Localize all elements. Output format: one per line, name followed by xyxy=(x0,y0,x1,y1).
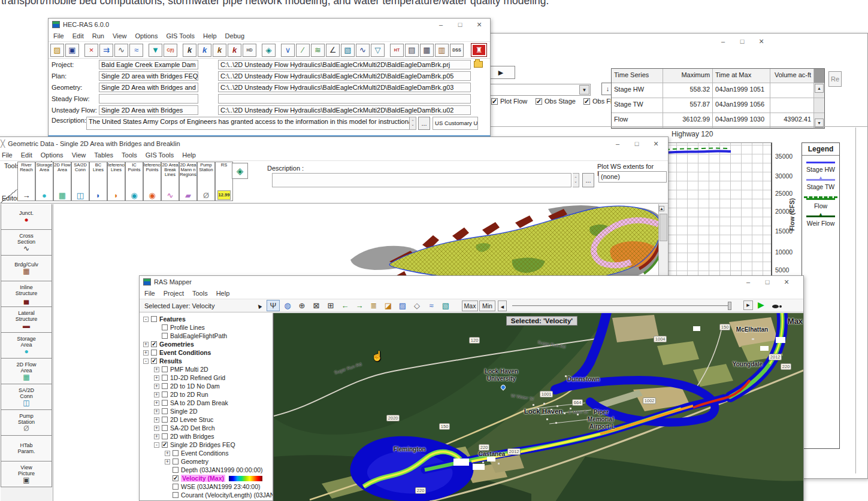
sa-2d-conn-editor-button[interactable]: SA/2D Conn ◫ xyxy=(1,384,52,410)
xyz-perspective-icon[interactable]: ▧ xyxy=(341,44,355,57)
layer-tree-item[interactable]: Profile Lines xyxy=(140,323,273,332)
expand-collapse-icon[interactable]: + xyxy=(143,350,149,356)
pan-hand-icon[interactable]: Ψ xyxy=(267,300,280,311)
checkbox-icon[interactable] xyxy=(583,98,590,105)
close-icon[interactable] xyxy=(752,37,771,46)
layer-tree-item[interactable]: + Event Conditions xyxy=(140,449,273,457)
menu-item[interactable]: GIS Tools xyxy=(166,32,195,40)
pump-station-button[interactable]: Pump Station Ø xyxy=(197,162,215,201)
open-project-icon[interactable]: ▨ xyxy=(50,44,64,57)
layer-tree-item[interactable]: + SA to 2D Dam Break xyxy=(140,399,273,407)
expand-collapse-icon[interactable]: - xyxy=(143,359,149,364)
menu-item[interactable]: Help xyxy=(182,151,196,159)
layer-tree-item[interactable]: + Geometry xyxy=(140,457,273,466)
run-water-quality-icon[interactable]: k xyxy=(228,44,241,57)
bc-lines-button[interactable]: BC Lines ◗ xyxy=(89,162,107,201)
layer-checkbox[interactable] xyxy=(162,408,168,414)
layer-checkbox[interactable] xyxy=(162,366,168,372)
layer-tree-item[interactable]: Velocity (Max) xyxy=(140,474,273,482)
menu-item[interactable]: GIS Tools xyxy=(146,151,174,159)
path-field[interactable]: C:\..\2D Unsteady Flow Hydraulics\BaldEa… xyxy=(218,105,471,115)
layer-checkbox[interactable] xyxy=(162,433,168,439)
profile-combobox[interactable]: (none) xyxy=(598,171,667,183)
select-tool-icon[interactable]: ▲ xyxy=(250,297,267,314)
title-bar[interactable]: HEC-RAS 6.0.0 xyxy=(49,19,490,31)
profile-summary-table-icon[interactable]: ▤ xyxy=(405,44,419,57)
cross-section-plot-icon[interactable]: ∨ xyxy=(281,44,295,57)
sa-2d-conn-button[interactable]: SA/2D Conn ◫ xyxy=(71,162,89,201)
layer-tree-item[interactable]: Depth (03JAN1999 00:00:00) xyxy=(140,466,273,474)
storage-area-button[interactable]: Storage Area ● xyxy=(35,162,53,201)
terrain-icon[interactable]: ◪ xyxy=(382,300,395,311)
2d-flow-area-button[interactable]: 2D Flow Area ▦ xyxy=(53,162,71,201)
bridge-culvert-editor-button[interactable]: Brdg/Culv ▦ xyxy=(1,256,52,281)
map-view[interactable]: McElhattanYoungdaleDunnstownLock HavenUn… xyxy=(273,313,803,501)
layer-tree-item[interactable]: Inundation Boundary (Max Value xyxy=(140,499,273,500)
animate-play-button[interactable]: ▶ xyxy=(486,66,515,79)
expand-collapse-icon[interactable]: + xyxy=(154,426,159,431)
expand-collapse-icon[interactable]: + xyxy=(154,434,159,439)
name-field[interactable]: Single 2D Area with Bridges xyxy=(99,105,198,115)
layer-checkbox[interactable] xyxy=(151,341,157,347)
expand-collapse-icon[interactable]: + xyxy=(154,417,159,423)
scroll-up-icon[interactable]: ▲ xyxy=(815,84,824,93)
reference-lines-button[interactable]: Reference Lines ◗ xyxy=(107,162,125,201)
title-bar[interactable]: ╳ Geometric Data - Single 2D Area with B… xyxy=(0,137,668,150)
menu-item[interactable]: Tools xyxy=(122,151,137,159)
menu-item[interactable]: Options xyxy=(135,32,158,40)
name-field[interactable]: Single 2D area with Bridges FEQ xyxy=(99,71,198,81)
expand-collapse-icon[interactable]: + xyxy=(154,384,159,389)
plot-option-checkbox[interactable]: Plot Flow xyxy=(491,98,527,105)
previous-view-icon[interactable]: ← xyxy=(338,300,352,311)
checkbox-icon[interactable] xyxy=(536,98,542,105)
water-quality-icon[interactable]: C(t) xyxy=(164,44,177,57)
run-sediment-icon[interactable]: k xyxy=(213,44,226,57)
dss-viewer-icon[interactable]: DSS xyxy=(450,44,464,57)
menu-item[interactable]: Help xyxy=(203,32,217,40)
step-back-button[interactable] xyxy=(498,300,507,311)
path-field[interactable] xyxy=(218,94,471,104)
ht-curves-icon[interactable]: HT xyxy=(390,44,404,57)
animation-speed-turtle-icon[interactable] xyxy=(772,303,782,309)
min-button[interactable]: Min xyxy=(479,300,495,311)
minimize-icon[interactable] xyxy=(713,38,733,45)
lateral-structure-editor-button[interactable]: Lateral Structure ▬ xyxy=(1,307,52,333)
expand-collapse-icon[interactable]: + xyxy=(154,409,159,414)
animation-slider-thumb[interactable] xyxy=(728,302,731,310)
zoom-window-icon[interactable]: ⊠ xyxy=(310,300,323,311)
layer-checkbox[interactable] xyxy=(173,450,179,456)
layer-checkbox[interactable] xyxy=(151,358,157,364)
layer-checkbox[interactable] xyxy=(173,484,179,490)
name-field[interactable]: Bald Eagle Creek Example Dam Break Study xyxy=(99,60,198,69)
layer-tree-item[interactable]: + PMF Multi 2D xyxy=(140,365,273,374)
detailed-output-table-icon[interactable]: ▦ xyxy=(420,44,434,57)
cross-section-editor-button[interactable]: Cross Section ∿ xyxy=(1,230,52,256)
layer-tree-item[interactable]: - Features xyxy=(140,315,273,323)
geometry-description-field[interactable] xyxy=(272,173,571,187)
layer-tree-item[interactable]: Courant (Velocity/Length) (03JAN xyxy=(140,491,273,499)
layer-checkbox[interactable] xyxy=(162,425,168,431)
expand-collapse-icon[interactable]: + xyxy=(154,375,159,381)
hydraulic-properties-icon[interactable]: ▽ xyxy=(371,44,385,57)
column-header[interactable]: Volume ac-ft xyxy=(770,69,815,83)
ras-mapper-icon[interactable]: ◈ xyxy=(262,44,276,57)
pump-station-editor-button[interactable]: Pump Station Ø xyxy=(1,410,52,436)
menu-item[interactable]: File xyxy=(2,151,13,159)
layer-checkbox[interactable] xyxy=(162,383,168,389)
animation-slider-track[interactable] xyxy=(512,305,728,306)
menu-item[interactable]: Edit xyxy=(21,151,32,159)
checkbox-icon[interactable] xyxy=(491,98,498,105)
column-header[interactable]: Time at Max xyxy=(713,69,770,83)
reference-points-button[interactable]: Reference Points ◉ xyxy=(143,162,161,201)
close-icon[interactable] xyxy=(777,277,796,287)
water-surface-icon[interactable]: ≈ xyxy=(425,300,438,311)
view-picture-editor-button[interactable]: View Picture ▣ xyxy=(1,461,52,487)
expand-collapse-icon[interactable]: + xyxy=(154,392,159,397)
summary-errors-icon[interactable]: ▥ xyxy=(435,44,449,57)
scroll-up-icon[interactable]: ▲ xyxy=(659,206,664,211)
column-header[interactable]: Time Series xyxy=(612,69,663,83)
description-spinner[interactable] xyxy=(410,117,416,130)
layer-checkbox[interactable] xyxy=(162,400,168,406)
web-imagery-icon[interactable]: ◍ xyxy=(281,300,294,311)
quasi-unsteady-icon[interactable]: ∿ xyxy=(114,44,128,57)
